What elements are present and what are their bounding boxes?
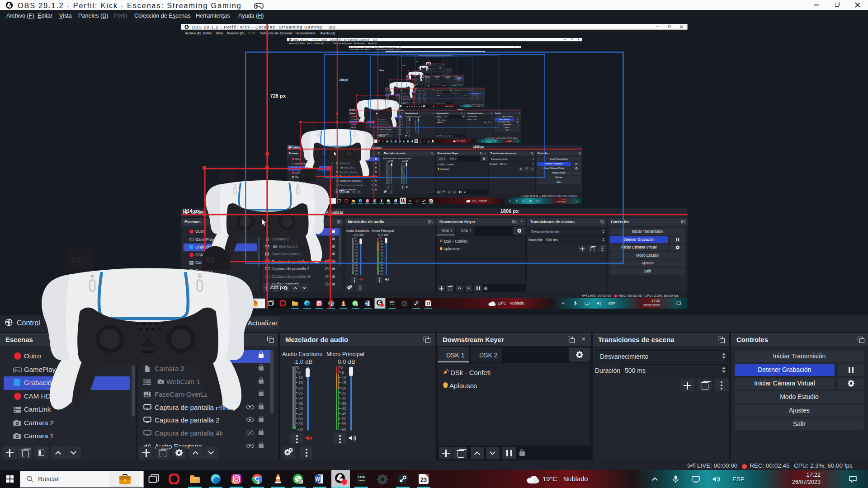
svg-text:L2: L2	[73, 256, 81, 264]
svg-text:16: 16	[299, 479, 303, 484]
svg-text:23: 23	[420, 477, 427, 483]
svg-text:GAMES: GAMES	[358, 479, 365, 482]
svg-text:EPIC: EPIC	[358, 475, 365, 479]
svg-text:R2: R2	[205, 256, 215, 264]
svg-text:W: W	[316, 476, 320, 482]
